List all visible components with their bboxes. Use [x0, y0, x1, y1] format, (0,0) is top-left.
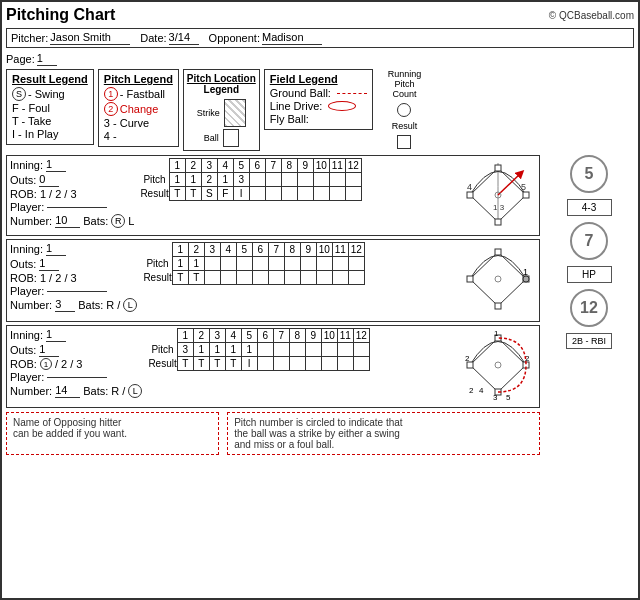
note-box-2: Pitch number is circled to indicate that…	[227, 412, 540, 455]
number-val-1: 10	[55, 214, 80, 228]
col-9: 9	[297, 159, 313, 173]
col-8: 8	[281, 159, 297, 173]
col2-2: 2	[188, 243, 204, 257]
pitcher-label: Pitcher:	[11, 32, 48, 44]
result-2-6	[252, 271, 268, 285]
number-val-3: 14	[55, 384, 80, 398]
svg-line-15	[470, 279, 498, 306]
result-1-4: F	[217, 187, 233, 201]
fly-ball-label: Fly Ball:	[270, 113, 309, 125]
col2-3: 3	[204, 243, 220, 257]
pitch-change: 2 Change	[104, 102, 173, 116]
pitcher-field: Pitcher: Jason Smith	[11, 31, 130, 45]
pitch-2-1: 1	[172, 257, 188, 271]
number-label-1: Number:	[10, 215, 52, 227]
result-3-9	[305, 357, 321, 371]
inning-block-1: Inning: 1 Outs: 0 ROB: 1 / 2 / 3 Playe	[6, 155, 540, 236]
inning-left-3: Inning: 1 Outs: 1 ROB: 1 / 2 / 3	[10, 328, 142, 399]
col3-10: 10	[321, 329, 337, 343]
pitch-1-3: 2	[201, 173, 217, 187]
inning-block-3: Inning: 1 Outs: 1 ROB: 1 / 2 / 3	[6, 325, 540, 408]
number-val-2: 3	[55, 298, 75, 312]
rob-line-1: ROB: 1 / 2 / 3	[10, 188, 134, 200]
inning-block-2: Inning: 1 Outs: 1 ROB: 1 / 2 / 3 Player:	[6, 239, 540, 322]
field-legend-box: Field Legend Ground Ball: Line Drive: Fl…	[264, 69, 373, 130]
diamond-section-3: 1 2 3 2 4 5 2	[461, 328, 536, 405]
col3-3: 3	[209, 329, 225, 343]
result-2-5	[236, 271, 252, 285]
line-drive-item: Line Drive:	[270, 100, 367, 112]
col2-4: 4	[220, 243, 236, 257]
col2-8: 8	[284, 243, 300, 257]
svg-text:2: 2	[465, 354, 470, 363]
svg-text:1: 1	[523, 267, 528, 277]
pitch-3-4: 1	[225, 343, 241, 357]
result-swing: S - Swing	[12, 87, 88, 101]
pitch-1-11	[329, 173, 345, 187]
result-3-8	[289, 357, 305, 371]
strike-zone: Strike	[187, 99, 256, 127]
pitch-2-5	[236, 257, 252, 271]
col2-6: 6	[252, 243, 268, 257]
col-6: 6	[249, 159, 265, 173]
pitch-2-2: 1	[188, 257, 204, 271]
outs-label-2: Outs:	[10, 258, 36, 270]
ground-ball-item: Ground Ball:	[270, 87, 367, 99]
player-line-3: Player:	[10, 371, 142, 383]
date-value: 3/14	[169, 31, 199, 45]
page-row: Page: 1	[6, 52, 634, 66]
pitch-3-7	[273, 343, 289, 357]
strike-text: Strike	[197, 108, 220, 118]
inning-line-2: Inning: 1	[10, 242, 137, 256]
inning-left-2: Inning: 1 Outs: 1 ROB: 1 / 2 / 3 Player:	[10, 242, 137, 313]
result-1-10	[313, 187, 329, 201]
pitch-fastball: 1 - Fastball	[104, 87, 173, 101]
bats-label-2: Bats: R /	[78, 299, 120, 311]
ground-ball-line	[337, 93, 367, 94]
inning-line-1: Inning: 1	[10, 158, 134, 172]
col3-4: 4	[225, 329, 241, 343]
player-val-3	[47, 376, 107, 378]
svg-text:5: 5	[521, 182, 526, 192]
col3-9: 9	[305, 329, 321, 343]
result-3-6	[257, 357, 273, 371]
change-label: Change	[120, 103, 159, 115]
svg-point-22	[495, 276, 501, 282]
col-3: 3	[201, 159, 217, 173]
score-badge-3: 12	[570, 289, 608, 327]
pitcher-value: Jason Smith	[50, 31, 130, 45]
result-2-11	[332, 271, 348, 285]
col3-8: 8	[289, 329, 305, 343]
number-line-3: Number: 14 Bats: R / L	[10, 384, 142, 398]
result-3-12	[353, 357, 369, 371]
copyright: © QCBaseball.com	[549, 10, 634, 21]
pitch-2-12	[348, 257, 364, 271]
fly-ball-item: Fly Ball:	[270, 113, 367, 125]
right-panel: 5 4-3 7 HP 12 2B - RBI	[544, 155, 634, 455]
rob-label-3: ROB:	[10, 358, 37, 370]
content-area: Inning: 1 Outs: 0 ROB: 1 / 2 / 3 Playe	[6, 155, 634, 455]
pitch-curve: 3 - Curve	[104, 117, 173, 129]
page-title: Pitching Chart	[6, 6, 115, 24]
result-1-12	[345, 187, 361, 201]
pitch-2-11	[332, 257, 348, 271]
pitch-2-4	[220, 257, 236, 271]
pitch-3-8	[289, 343, 305, 357]
col-7: 7	[265, 159, 281, 173]
col-10: 10	[313, 159, 329, 173]
player-label-3: Player:	[10, 371, 44, 383]
pitch-1-4: 1	[217, 173, 233, 187]
result-1-5: I	[233, 187, 249, 201]
pitch-2-3	[204, 257, 220, 271]
rob-label-2: ROB: 1 / 2 / 3	[10, 272, 77, 284]
number-line-1: Number: 10 Bats: R L	[10, 214, 134, 228]
svg-line-11	[498, 173, 521, 195]
col2-12: 12	[348, 243, 364, 257]
inning-val-1: 1	[46, 158, 66, 172]
result-row-label-3: Result	[148, 357, 177, 371]
result-label: Result	[392, 121, 418, 131]
inning-grid-3: 123456789101112 Pitch 31111 Result TTTTI	[148, 328, 455, 371]
inning-row-3: Inning: 1 Outs: 1 ROB: 1 / 2 / 3	[10, 328, 536, 405]
player-line-1: Player:	[10, 201, 134, 213]
pitch-2-8	[284, 257, 300, 271]
